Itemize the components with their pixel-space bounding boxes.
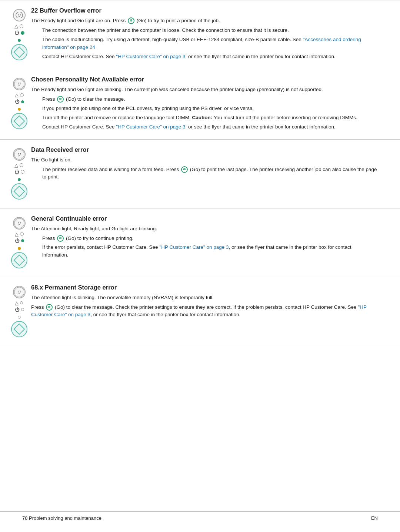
power-dot-4 [21,239,24,242]
para-cp-1: The Ready light and Go light are blinkin… [31,86,378,94]
para-buffer-4: Contact HP Customer Care. See "HP Custom… [42,53,378,61]
go-diamond-button-4 [11,252,27,268]
attention-light-row-2: △ [15,92,24,98]
go-indicator-dot-5 [18,316,21,319]
customer-care-link-3[interactable]: "HP Customer Care" on page 3 [159,244,229,250]
go-indicator-dot-4 [18,247,21,250]
section-title-chosen-personality: Chosen Personality Not Available error [31,76,378,83]
para-gc-1: The Attention light, Ready light, and Go… [31,225,378,233]
go-indicator-dot [18,39,21,42]
power-dot-2 [21,100,24,103]
para-ps-1: The Attention light is blinking. The non… [31,294,378,302]
attention-light-row-5: △ [15,300,24,306]
power-light-row-3: ⏻ [14,169,24,175]
svg-text:𝓥: 𝓥 [18,81,21,87]
power-light-row-5: ⏻ [15,307,24,312]
power-light-row-2: ⏻ [15,99,24,104]
go-indicator-dot-3 [18,178,21,181]
para-gc-3: If the error persists, contact HP Custom… [42,244,378,259]
para-cp-2: Press ⊕ (Go) to clear the message. [42,96,378,103]
section-buffer-overflow: 𝓥 △ ⏻ 22 [0,0,400,69]
go-diamond-button [11,44,27,60]
para-cp-3: If you printed the job using one of the … [42,105,378,113]
attention-triangle-icon-4: △ [15,231,19,237]
para-dr-2: The printer received data and is waiting… [42,166,378,181]
section-chosen-personality: 𝓥 △ ⏻ Chosen Personalit [0,69,400,139]
para-gc-2: Press ⊕ (Go) to try to continue printing… [42,235,378,242]
power-circle-icon-2: ⏻ [15,99,20,104]
icons-permanent-storage: 𝓥 △ ⏻ [0,284,31,339]
section-general-continuable: 𝓥 △ ⏻ General Continuab [0,208,400,277]
ready-light-icon: 𝓥 [13,9,26,21]
customer-care-link-4[interactable]: "HP Customer Care" on page 3 [31,304,367,318]
svg-text:𝓥: 𝓥 [18,221,21,226]
content-chosen-personality: Chosen Personality Not Available error T… [31,76,400,133]
ready-light-icon-5: 𝓥 [13,286,26,298]
page: 𝓥 △ ⏻ 22 [0,0,400,532]
go-button-icon-4: ⊕ [57,235,64,242]
section-title-general-continuable: General Continuable error [31,215,378,222]
para-buffer-1: The Ready light and Go light are on. Pre… [31,17,378,25]
go-diamond-button-2 [11,113,27,129]
power-dot [21,31,24,35]
power-light-row-4: ⏻ [15,238,24,244]
diamond-inner-icon-3 [13,185,25,197]
ready-light-icon-2: 𝓥 [13,78,26,90]
para-cp-5: Contact HP Customer Care. See "HP Custom… [42,123,378,131]
section-permanent-storage: 𝓥 △ ⏻ 68.x Permanent St [0,277,400,346]
attention-triangle-icon: △ [14,23,18,29]
icons-data-received: 𝓥 △ ⏻ [0,146,31,201]
para-dr-1: The Go light is on. [31,156,378,164]
attention-light-row: △ [14,23,24,29]
go-button-icon-2: ⊕ [57,96,64,103]
attention-light-row-4: △ [15,231,24,237]
lights-general-continuable: △ ⏻ [15,231,24,244]
diamond-inner-icon-4 [13,254,25,266]
para-buffer-2: The connection between the printer and t… [42,27,378,34]
power-dot-3 [21,170,24,174]
svg-text:𝓥: 𝓥 [18,13,21,18]
content-permanent-storage: 68.x Permanent Storage error The Attenti… [31,284,400,339]
attention-triangle-icon-5: △ [15,300,19,306]
go-diamond-button-5 [11,321,27,337]
customer-care-link-2[interactable]: "HP Customer Care" on page 3 [116,124,185,130]
para-buffer-3: The cable is malfunctioning. Try using a… [42,36,378,51]
diamond-inner-icon [13,46,25,58]
lights-permanent-storage: △ ⏻ [15,300,24,312]
svg-text:𝓥: 𝓥 [18,152,21,157]
power-circle-icon-3: ⏻ [14,169,19,175]
attention-dot [20,24,23,28]
caution-bold: Caution: [192,115,212,120]
power-dot-5 [21,308,24,311]
icons-buffer-overflow: 𝓥 △ ⏻ [0,7,31,62]
attention-triangle-icon-2: △ [15,92,19,98]
para-ps-2: Press ⊕ (Go) to clear the message. Check… [31,304,378,319]
section-title-permanent-storage: 68.x Permanent Storage error [31,284,378,291]
section-title-buffer-overflow: 22 Buffer Overflow error [31,7,378,14]
lights-data-received: △ ⏻ [14,163,24,175]
diamond-inner-icon-5 [13,323,25,335]
diamond-inner-icon-2 [13,115,25,127]
go-indicator-dot-2 [18,108,21,111]
attention-dot-3 [20,163,23,167]
power-circle-icon: ⏻ [14,30,19,36]
go-button-icon-1: ⊕ [128,17,134,24]
ready-light-icon-4: 𝓥 [13,217,26,230]
footer-right: EN [371,515,378,521]
power-circle-icon-4: ⏻ [15,238,20,244]
attention-dot-5 [20,301,23,304]
power-circle-icon-5: ⏻ [15,307,20,312]
section-title-data-received: Data Received error [31,146,378,153]
customer-care-link-1[interactable]: "HP Customer Care" on page 3 [116,54,185,59]
bottom-divider [0,346,400,346]
accessories-link[interactable]: "Accessories and ordering information" o… [42,37,361,50]
footer: 78 Problem solving and maintenance EN [0,511,400,521]
content-data-received: Data Received error The Go light is on. … [31,146,400,201]
para-cp-4: Turn off the printer and remove or repla… [42,114,378,122]
icons-general-continuable: 𝓥 △ ⏻ [0,215,31,270]
ready-light-icon-3: 𝓥 [13,148,26,161]
lights-buffer-overflow: △ ⏻ [14,23,24,36]
attention-dot-4 [20,232,24,236]
icons-chosen-personality: 𝓥 △ ⏻ [0,76,31,133]
go-button-icon-5: ⊕ [46,304,53,311]
